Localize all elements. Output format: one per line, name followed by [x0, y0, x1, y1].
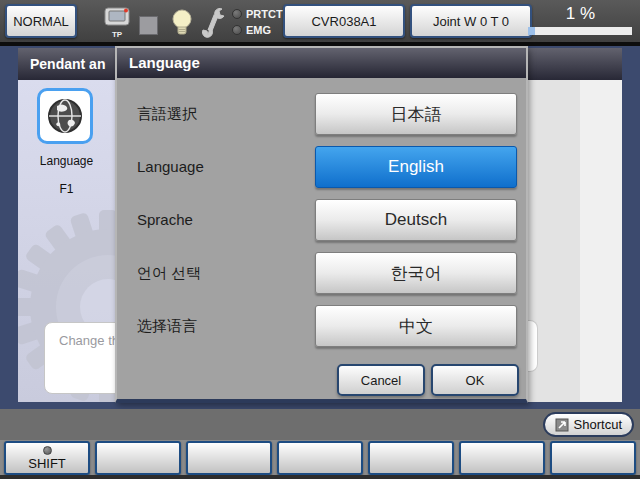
function-key-blank-6[interactable] [550, 441, 636, 475]
language-row-label-korean: 언어 선택 [137, 252, 201, 294]
function-key-bar: SHIFT [0, 440, 640, 479]
tp-label: TP [100, 30, 134, 39]
settings-icon-panel: Language F1 [18, 80, 115, 402]
change-language-message-text: Change th [59, 333, 115, 348]
wrench-icon [202, 7, 226, 42]
function-key-blank-5[interactable] [459, 441, 545, 475]
language-tile-label: Language [18, 154, 115, 168]
language-option-german[interactable]: Deutsch [315, 199, 517, 241]
function-key-blank-1[interactable] [95, 441, 181, 475]
language-row-label-chinese: 选择语言 [137, 305, 197, 347]
emg-label: EMG [246, 24, 271, 36]
lamp-icon [170, 8, 194, 41]
language-option-japanese[interactable]: 日本語 [315, 93, 517, 135]
speed-progress-fill [528, 27, 535, 35]
globe-icon [45, 96, 85, 136]
speed-value: 1 % [528, 4, 633, 24]
prtct-indicator: PRTCT [232, 6, 283, 21]
program-button[interactable]: CVR038A1 [283, 4, 405, 38]
language-option-chinese[interactable]: 中文 [315, 305, 517, 347]
shortcut-bar: Shortcut [0, 409, 640, 440]
teach-pendant-icon-glyph [103, 7, 131, 26]
function-key-blank-4[interactable] [368, 441, 454, 475]
mode-button[interactable]: NORMAL [5, 4, 77, 38]
emg-indicator: EMG [232, 22, 283, 37]
ok-button[interactable]: OK [431, 364, 519, 396]
pendant-screen: NORMAL TP [0, 0, 640, 479]
language-setting-tile[interactable] [37, 88, 93, 144]
prtct-label: PRTCT [246, 8, 283, 20]
shift-key-label: SHIFT [28, 456, 66, 471]
function-key-blank-3[interactable] [277, 441, 363, 475]
language-dialog-title: Language [117, 48, 526, 78]
language-row-label-german: Sprache [137, 199, 193, 241]
shift-key[interactable]: SHIFT [4, 441, 90, 475]
language-dialog: Language 言語選択 日本語 Language English Sprac… [115, 46, 528, 403]
coordinate-mode-button[interactable]: Joint W 0 T 0 [410, 4, 532, 38]
speed-override: 1 % [528, 4, 633, 35]
screen-bottom-edge [0, 475, 640, 479]
language-option-korean[interactable]: 한국어 [315, 252, 517, 294]
prtct-led-icon [232, 9, 242, 19]
safety-indicators: PRTCT EMG [232, 6, 283, 38]
speed-progress-track [528, 27, 632, 35]
language-option-english[interactable]: English [315, 146, 517, 188]
stop-square-icon [139, 16, 158, 35]
shift-led-icon [43, 446, 52, 455]
message-box-edge [528, 320, 538, 372]
function-key-blank-2[interactable] [186, 441, 272, 475]
status-bar: NORMAL TP [0, 0, 640, 46]
language-row-label-english: Language [137, 146, 204, 188]
language-row-label-japanese: 言語選択 [137, 93, 197, 135]
change-language-message: Change th [44, 322, 115, 394]
settings-content-panel [528, 80, 622, 402]
shortcut-button[interactable]: Shortcut [543, 412, 634, 437]
teach-pendant-icon: TP [100, 7, 134, 39]
shortcut-icon [555, 418, 569, 432]
shortcut-label: Shortcut [574, 417, 622, 432]
cancel-button[interactable]: Cancel [337, 364, 425, 396]
emg-led-icon [232, 25, 242, 35]
